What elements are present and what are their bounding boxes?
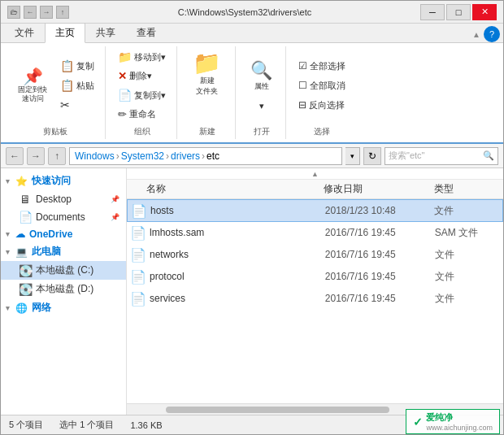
col-header-date[interactable]: 修改日期: [324, 182, 434, 196]
tab-home[interactable]: 主页: [45, 23, 85, 43]
ribbon-group-new: 📁 新建文件夹 新建: [179, 46, 236, 139]
open-dropdown-icon: ▾: [259, 101, 264, 111]
selected-count: 选中 1 个项目: [59, 419, 114, 431]
copyto-button[interactable]: 📄 复制到▾: [114, 86, 170, 104]
moveto-label: 移动到▾: [134, 51, 166, 63]
cut-button[interactable]: ✂: [56, 96, 98, 114]
back-icon-tb[interactable]: ←: [24, 6, 37, 19]
maximize-button[interactable]: □: [446, 4, 471, 20]
col-header-name[interactable]: 名称: [127, 182, 324, 196]
selectnone-button[interactable]: ☐ 全部取消: [294, 77, 350, 94]
file-icon-networks: 📄: [130, 246, 146, 263]
address-path[interactable]: Windows › System32 › drivers › etc: [69, 147, 342, 165]
forward-icon-tb[interactable]: →: [40, 6, 53, 19]
onedrive-arrow: ▾: [6, 230, 10, 238]
search-placeholder: 搜索"etc": [389, 150, 483, 162]
file-type-networks: 文件: [435, 248, 503, 262]
window-controls: ─ □ ✕: [420, 4, 497, 20]
copy-label: 复制: [76, 60, 94, 72]
file-date-networks: 2016/7/16 19:45: [325, 249, 435, 260]
drive-d-icon: 💽: [19, 283, 32, 296]
search-box[interactable]: 搜索"etc" 🔍: [385, 147, 498, 165]
moveto-button[interactable]: 📁 移动到▾: [114, 48, 170, 66]
delete-button[interactable]: ✕ 删除▾: [114, 67, 170, 85]
watermark: ✓ 爱纯净 www.aichunjing.com: [406, 409, 500, 434]
addr-dropdown-button[interactable]: ▾: [345, 147, 360, 165]
address-bar: ← → ↑ Windows › System32 › drivers › etc…: [1, 144, 503, 168]
open-label: 打开: [254, 124, 270, 137]
invertsel-label: 反向选择: [309, 99, 345, 111]
delete-icon: ✕: [118, 70, 127, 82]
tab-view[interactable]: 查看: [126, 23, 167, 42]
paste-button[interactable]: 📋 粘贴: [56, 76, 98, 94]
sidebar-item-drive-d[interactable]: 💽 本地磁盘 (D:): [1, 280, 126, 298]
file-name-networks: networks: [150, 249, 325, 260]
file-row-networks[interactable]: 📄 networks 2016/7/16 19:45 文件: [127, 244, 503, 266]
close-button[interactable]: ✕: [472, 4, 497, 20]
sidebar-item-documents[interactable]: 📄 Documents 📌: [1, 208, 126, 226]
drive-c-label: 本地磁盘 (C:): [36, 263, 93, 277]
file-name-lmhosts: lmhosts.sam: [150, 227, 325, 238]
main-area: ▾ ⭐ 快速访问 🖥 Desktop 📌 📄 Documents 📌 ▾ ☁ O…: [1, 168, 503, 415]
search-icon[interactable]: 🔍: [483, 150, 494, 161]
desktop-label: Desktop: [36, 194, 72, 205]
file-row-lmhosts[interactable]: 📄 lmhosts.sam 2016/7/16 19:45 SAM 文件: [127, 222, 503, 244]
status-bar: 5 个项目 选中 1 个项目 1.36 KB ✓ 爱纯净 www.aichunj…: [1, 415, 503, 434]
addr-segment-windows: Windows: [75, 150, 115, 162]
file-row-protocol[interactable]: 📄 protocol 2016/7/16 19:45 文件: [127, 266, 503, 288]
selectall-button[interactable]: ☑ 全部选择: [294, 58, 350, 75]
file-icon-protocol: 📄: [130, 268, 146, 285]
up-icon-tb[interactable]: ↑: [56, 6, 69, 19]
properties-button[interactable]: 🔍 属性: [245, 57, 278, 95]
file-type-services: 文件: [435, 292, 503, 306]
onedrive-icon: ☁: [15, 228, 25, 240]
quickaccess-icon: ⭐: [15, 176, 28, 187]
item-count: 5 个项目: [9, 419, 43, 431]
copy-icon: 📋: [60, 59, 74, 72]
invertsel-button[interactable]: ⊟ 反向选择: [294, 97, 350, 114]
file-row-services[interactable]: 📄 services 2016/7/16 19:45 文件: [127, 288, 503, 310]
minimize-button[interactable]: ─: [420, 4, 445, 20]
file-list: 📄 hosts 2018/1/23 10:48 文件 📄 lmhosts.sam…: [127, 199, 503, 403]
file-name-services: services: [150, 293, 325, 304]
rename-button[interactable]: ✏ 重命名: [114, 106, 170, 123]
back-button[interactable]: ←: [6, 147, 24, 165]
ribbon-group-open: 🔍 属性 ▾ 打开: [237, 46, 286, 139]
rename-label: 重命名: [129, 108, 156, 120]
copy-button[interactable]: 📋 复制: [56, 57, 98, 75]
open-dropdown-button[interactable]: ▾: [255, 98, 268, 114]
file-row-hosts[interactable]: 📄 hosts 2018/1/23 10:48 文件: [127, 199, 503, 222]
up-button[interactable]: ↑: [48, 147, 66, 165]
watermark-text: 爱纯净 www.aichunjing.com: [426, 411, 493, 432]
sidebar-item-quickaccess[interactable]: ▾ ⭐ 快速访问: [1, 172, 126, 190]
sort-indicator: ▲: [127, 168, 503, 180]
sidebar-item-network[interactable]: ▾ 🌐 网络: [1, 298, 126, 317]
title-bar: 🗁 ← → ↑ C:\Windows\System32\drivers\etc …: [1, 1, 503, 24]
thispc-icon: 💻: [15, 246, 28, 258]
select-label: 选择: [314, 124, 330, 137]
new-label: 新建: [199, 124, 215, 137]
addr-arrow-1: ›: [116, 150, 119, 162]
h-scroll-thumb[interactable]: [166, 407, 389, 413]
file-type-hosts: 文件: [434, 204, 502, 218]
sidebar: ▾ ⭐ 快速访问 🖥 Desktop 📌 📄 Documents 📌 ▾ ☁ O…: [1, 168, 127, 415]
file-area: ▲ 名称 修改日期 类型 📄 hosts 2018/1/23 10:48 文件 …: [127, 168, 503, 415]
addr-arrow-3: ›: [202, 150, 205, 162]
col-header-type[interactable]: 类型: [434, 182, 503, 196]
tab-share[interactable]: 共享: [85, 23, 126, 42]
sidebar-item-drive-c[interactable]: 💽 本地磁盘 (C:): [1, 261, 126, 280]
addr-refresh-button[interactable]: ↻: [363, 147, 381, 165]
tab-file[interactable]: 文件: [4, 23, 45, 42]
sidebar-item-onedrive[interactable]: ▾ ☁ OneDrive: [1, 226, 126, 242]
addr-segment-system32: System32: [121, 150, 164, 162]
copyto-icon: 📄: [118, 89, 132, 102]
sidebar-item-thispc[interactable]: ▾ 💻 此电脑: [1, 242, 126, 261]
quickaccess-arrow: ▾: [6, 177, 10, 185]
forward-button[interactable]: →: [27, 147, 45, 165]
ribbon-collapse[interactable]: ▲: [472, 30, 480, 39]
pin-button[interactable]: 📌 固定到快速访问: [12, 65, 53, 107]
newfolder-button[interactable]: 📁 新建文件夹: [185, 48, 228, 101]
help-button[interactable]: ?: [484, 26, 500, 42]
onedrive-label: OneDrive: [29, 228, 72, 240]
sidebar-item-desktop[interactable]: 🖥 Desktop 📌: [1, 190, 126, 208]
